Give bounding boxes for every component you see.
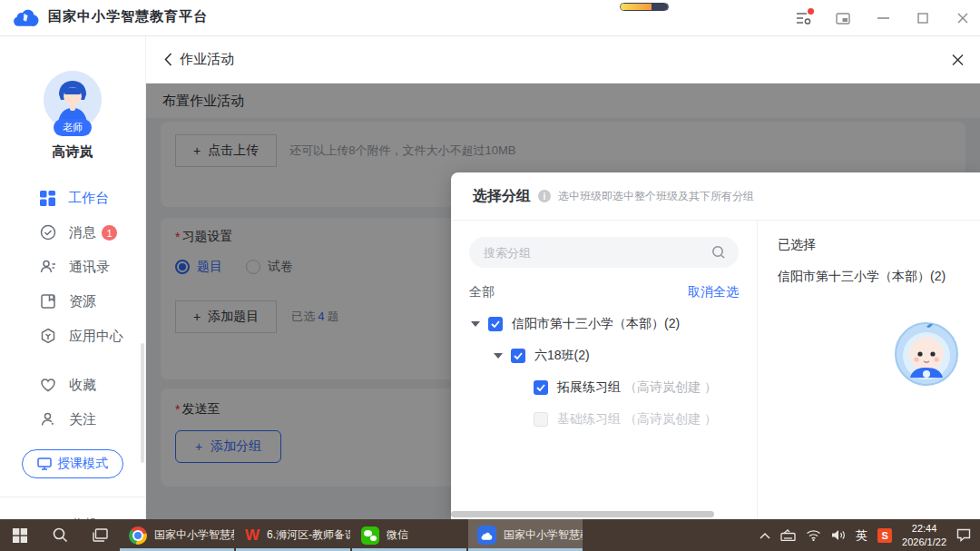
message-check-icon [40, 224, 56, 241]
sidebar-item-app-center[interactable]: 应用中心 [0, 319, 145, 353]
notification-dot [808, 8, 814, 15]
close-button[interactable] [955, 10, 971, 26]
sidebar: 老师 高诗岚 工作台 消息1 通讯录 资源 应用中心 收藏 [0, 36, 145, 519]
tree-row-group-expand[interactable]: 拓展练习组 （高诗岚创建 ） [469, 371, 739, 403]
sidebar-item-following[interactable]: 关注 [0, 402, 145, 437]
taskbar-clock[interactable]: 22:44 2026/1/22 [902, 522, 946, 549]
volume-icon[interactable] [831, 529, 846, 541]
tray-expand-chevron-icon[interactable] [760, 532, 770, 539]
sidebar-scrollbar[interactable] [141, 343, 144, 463]
taskbar-app-smartedu-active[interactable]: 国家中小学智慧教... [468, 519, 583, 551]
task-view-button[interactable] [80, 519, 120, 551]
all-label: 全部 [469, 284, 495, 300]
wechat-icon [361, 526, 379, 545]
teach-mode-button[interactable]: 授课模式 [22, 449, 123, 478]
selected-panel-title: 已选择 [778, 237, 960, 253]
search-icon[interactable] [711, 245, 726, 260]
wps-icon: W [245, 527, 260, 543]
taskbar-search-button[interactable] [40, 519, 80, 551]
username: 高诗岚 [0, 143, 145, 161]
sidebar-item-messages[interactable]: 消息1 [0, 215, 145, 250]
touch-keyboard-icon[interactable] [780, 529, 796, 541]
contacts-icon [40, 259, 56, 275]
back-chevron-icon [164, 53, 172, 66]
taskbar-app-chrome[interactable]: 国家中小学智慧教... [120, 519, 234, 551]
settings-menu-icon[interactable] [795, 10, 811, 26]
start-button[interactable] [0, 519, 40, 551]
capsule-indicator [620, 3, 669, 11]
sidebar-divider [0, 497, 145, 497]
windows-logo-icon [13, 528, 27, 543]
tree-row-school[interactable]: 信阳市第十三小学（本部）(2) [469, 308, 739, 339]
modal-subtitle: 选中班级即选中整个班级及其下所有分组 [558, 189, 754, 204]
mascot-image [894, 321, 959, 387]
select-group-modal: 选择分组 i 选中班级即选中整个班级及其下所有分组 全部 取消全选 信阳市第十三… [451, 172, 980, 519]
taskbar-app-wps[interactable]: W 6.浉河区-教师备课... [236, 519, 350, 551]
app-brand: 国家中小学智慧教育平台 [13, 6, 208, 26]
horizontal-scrollbar[interactable] [451, 511, 714, 517]
back-button[interactable]: 作业活动 [164, 51, 234, 68]
app-center-hexagon-icon [40, 328, 56, 344]
group-search-box[interactable] [469, 237, 739, 268]
group-tree-panel: 全部 取消全选 信阳市第十三小学（本部）(2) 六18班(2) 拓展练习组 [451, 221, 758, 519]
uncheck-all-link[interactable]: 取消全选 [688, 284, 739, 300]
info-icon: i [538, 190, 551, 202]
role-badge: 老师 [54, 119, 92, 136]
chrome-icon [129, 526, 147, 545]
ime-language-indicator[interactable]: 英 [856, 527, 867, 544]
caret-down-icon[interactable] [494, 353, 503, 359]
task-view-icon [93, 528, 108, 542]
smartedu-cloud-logo-icon [13, 6, 40, 26]
sidebar-item-resources[interactable]: 资源 [0, 284, 145, 319]
caret-down-icon[interactable] [471, 321, 480, 327]
action-center-icon[interactable] [956, 528, 971, 542]
tree-row-class[interactable]: 六18班(2) [469, 339, 739, 371]
workbench-grid-icon [40, 191, 55, 206]
app-title: 国家中小学智慧教育平台 [48, 8, 208, 25]
selected-item: 信阳市第十三小学（本部）(2) [778, 269, 960, 285]
group-creator-label: （高诗岚创建 ） [624, 379, 717, 396]
search-icon [53, 527, 68, 543]
checkbox-checked-icon[interactable] [511, 349, 525, 363]
resources-book-icon [40, 293, 56, 310]
sogou-ime-icon[interactable]: S [877, 528, 892, 543]
sidebar-item-contacts[interactable]: 通讯录 [0, 250, 145, 284]
page-close-icon[interactable] [952, 54, 964, 65]
windows-taskbar: 国家中小学智慧教... W 6.浉河区-教师备课... 微信 国家中小学智慧教.… [0, 519, 980, 551]
heart-icon [40, 378, 56, 392]
unread-count-badge: 1 [102, 225, 117, 241]
page-title: 作业活动 [180, 51, 234, 68]
checkbox-checked-icon[interactable] [488, 317, 503, 331]
checkbox-checked-icon[interactable] [534, 380, 548, 395]
tree-row-group-basic[interactable]: 基础练习组 （高诗岚创建 ） [469, 403, 739, 435]
group-search-input[interactable] [484, 246, 711, 260]
sidebar-item-workbench[interactable]: 工作台 [0, 181, 145, 215]
app-titlebar: 国家中小学智慧教育平台 [0, 0, 980, 36]
smartedu-icon [477, 526, 496, 545]
sidebar-item-favorites[interactable]: 收藏 [0, 368, 145, 402]
selected-panel: 已选择 信阳市第十三小学（本部）(2) [758, 221, 980, 519]
maximize-button[interactable] [915, 10, 931, 26]
group-creator-label: （高诗岚创建 ） [624, 411, 717, 428]
modal-title: 选择分组 [473, 187, 531, 206]
mini-window-icon[interactable] [835, 10, 851, 26]
wifi-icon[interactable] [806, 529, 821, 541]
checkbox-disabled-icon [534, 412, 548, 427]
minimize-button[interactable] [875, 10, 891, 26]
taskbar-app-wechat[interactable]: 微信 [352, 519, 466, 551]
teach-screen-icon [37, 458, 52, 470]
person-icon [40, 411, 56, 428]
